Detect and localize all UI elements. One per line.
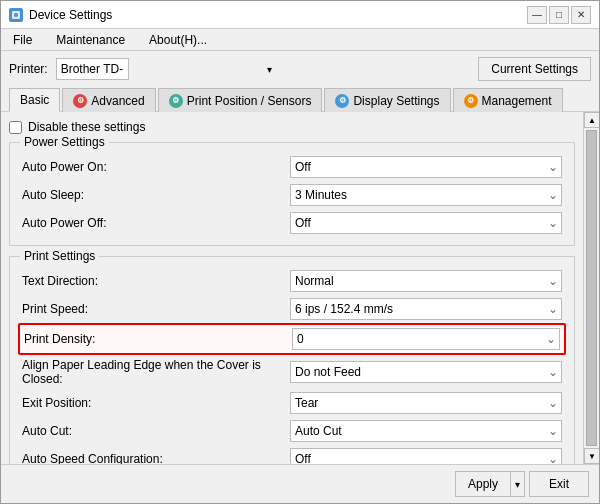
print-speed-label: Print Speed: [22, 302, 282, 316]
auto-power-on-select[interactable]: Off On [290, 156, 562, 178]
minimize-button[interactable]: — [527, 6, 547, 24]
auto-power-off-label: Auto Power Off: [22, 216, 282, 230]
exit-position-select[interactable]: Tear Peel [290, 392, 562, 414]
svg-point-1 [14, 13, 18, 17]
auto-sleep-row: Auto Sleep: Off 1 Minute 3 Minutes 5 Min… [18, 181, 566, 209]
current-settings-button[interactable]: Current Settings [478, 57, 591, 81]
bottom-bar: Apply ▾ Exit [1, 464, 599, 503]
align-paper-select[interactable]: Do not Feed Feed and Cut [290, 361, 562, 383]
tab-basic[interactable]: Basic [9, 88, 60, 112]
scroll-down-button[interactable]: ▼ [584, 448, 599, 464]
auto-cut-select-wrapper: Auto Cut None [290, 420, 562, 442]
tab-management-label: Management [482, 94, 552, 108]
menu-bar: File Maintenance About(H)... [1, 29, 599, 51]
auto-power-off-select-wrapper: Off 10 Minutes 20 Minutes [290, 212, 562, 234]
print-density-label: Print Density: [24, 332, 284, 346]
apply-dropdown-button[interactable]: ▾ [510, 471, 525, 497]
window-title: Device Settings [29, 8, 112, 22]
tab-basic-label: Basic [20, 93, 49, 107]
auto-speed-row: Auto Speed Configuration: Off On [18, 445, 566, 464]
power-settings-title: Power Settings [20, 135, 109, 149]
exit-button[interactable]: Exit [529, 471, 589, 497]
auto-sleep-select-wrapper: Off 1 Minute 3 Minutes 5 Minutes 10 Minu… [290, 184, 562, 206]
window-icon [9, 8, 23, 22]
auto-speed-select[interactable]: Off On [290, 448, 562, 464]
text-direction-select[interactable]: Normal Mirror [290, 270, 562, 292]
window-controls: — □ ✕ [527, 6, 591, 24]
printer-select[interactable]: Brother TD- [56, 58, 129, 80]
tabs-row: Basic ⚙ Advanced ⚙ Print Position / Sens… [1, 87, 599, 112]
content-area: Disable these settings Power Settings Au… [1, 112, 599, 464]
text-direction-label: Text Direction: [22, 274, 282, 288]
tab-display[interactable]: ⚙ Display Settings [324, 88, 450, 112]
align-paper-row: Align Paper Leading Edge when the Cover … [18, 355, 566, 389]
tab-display-label: Display Settings [353, 94, 439, 108]
management-tab-icon: ⚙ [464, 94, 478, 108]
print-speed-select-wrapper: 6 ips / 152.4 mm/s [290, 298, 562, 320]
print-density-row: Print Density: -5 -4 -3 -2 -1 0 1 2 3 [18, 323, 566, 355]
tab-advanced-label: Advanced [91, 94, 144, 108]
menu-about[interactable]: About(H)... [145, 31, 211, 49]
scrollbar-thumb[interactable] [586, 130, 597, 446]
tab-advanced[interactable]: ⚙ Advanced [62, 88, 155, 112]
scroll-up-button[interactable]: ▲ [584, 112, 599, 128]
disable-checkbox[interactable] [9, 121, 22, 134]
exit-position-row: Exit Position: Tear Peel [18, 389, 566, 417]
print-settings-section: Print Settings Text Direction: Normal Mi… [9, 256, 575, 464]
device-settings-window: Device Settings — □ ✕ File Maintenance A… [0, 0, 600, 504]
toolbar-row: Printer: Brother TD- Current Settings [1, 51, 599, 87]
tab-print-position-label: Print Position / Sensors [187, 94, 312, 108]
close-button[interactable]: ✕ [571, 6, 591, 24]
display-tab-icon: ⚙ [335, 94, 349, 108]
auto-speed-select-wrapper: Off On [290, 448, 562, 464]
printer-select-wrapper: Brother TD- [56, 58, 276, 80]
align-paper-select-wrapper: Do not Feed Feed and Cut [290, 361, 562, 383]
disable-label: Disable these settings [28, 120, 145, 134]
auto-cut-row: Auto Cut: Auto Cut None [18, 417, 566, 445]
print-density-select[interactable]: -5 -4 -3 -2 -1 0 1 2 3 4 5 [292, 328, 560, 350]
menu-file[interactable]: File [9, 31, 36, 49]
print-settings-title: Print Settings [20, 249, 99, 263]
exit-position-select-wrapper: Tear Peel [290, 392, 562, 414]
tab-management[interactable]: ⚙ Management [453, 88, 563, 112]
auto-cut-label: Auto Cut: [22, 424, 282, 438]
print-density-select-wrapper: -5 -4 -3 -2 -1 0 1 2 3 4 5 [292, 328, 560, 350]
printer-label: Printer: [9, 62, 48, 76]
disable-row: Disable these settings [9, 120, 575, 134]
title-bar: Device Settings — □ ✕ [1, 1, 599, 29]
apply-button[interactable]: Apply [455, 471, 510, 497]
auto-sleep-label: Auto Sleep: [22, 188, 282, 202]
auto-power-off-select[interactable]: Off 10 Minutes 20 Minutes [290, 212, 562, 234]
text-direction-row: Text Direction: Normal Mirror [18, 267, 566, 295]
auto-power-off-row: Auto Power Off: Off 10 Minutes 20 Minute… [18, 209, 566, 237]
tab-print-position[interactable]: ⚙ Print Position / Sensors [158, 88, 323, 112]
align-paper-label: Align Paper Leading Edge when the Cover … [22, 358, 282, 386]
auto-power-on-select-wrapper: Off On [290, 156, 562, 178]
auto-cut-select[interactable]: Auto Cut None [290, 420, 562, 442]
text-direction-select-wrapper: Normal Mirror [290, 270, 562, 292]
exit-position-label: Exit Position: [22, 396, 282, 410]
print-speed-row: Print Speed: 6 ips / 152.4 mm/s [18, 295, 566, 323]
menu-maintenance[interactable]: Maintenance [52, 31, 129, 49]
print-position-tab-icon: ⚙ [169, 94, 183, 108]
auto-power-on-row: Auto Power On: Off On [18, 153, 566, 181]
print-speed-select[interactable]: 6 ips / 152.4 mm/s [290, 298, 562, 320]
auto-speed-label: Auto Speed Configuration: [22, 452, 282, 464]
auto-sleep-select[interactable]: Off 1 Minute 3 Minutes 5 Minutes 10 Minu… [290, 184, 562, 206]
scrollbar[interactable]: ▲ ▼ [583, 112, 599, 464]
auto-power-on-label: Auto Power On: [22, 160, 282, 174]
title-bar-left: Device Settings [9, 8, 112, 22]
maximize-button[interactable]: □ [549, 6, 569, 24]
advanced-tab-icon: ⚙ [73, 94, 87, 108]
power-settings-section: Power Settings Auto Power On: Off On Aut… [9, 142, 575, 246]
apply-split-button: Apply ▾ [455, 471, 525, 497]
